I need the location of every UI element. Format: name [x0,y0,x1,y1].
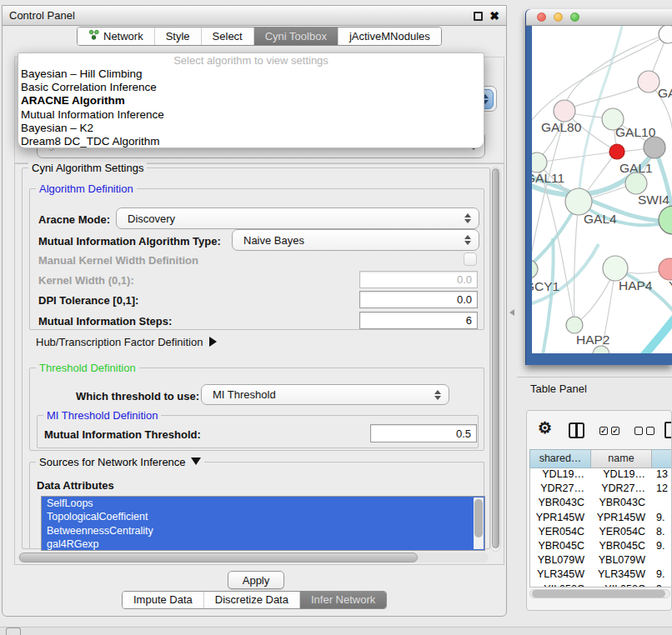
mi-algorithm-type-combo[interactable]: Naive Bayes [232,229,479,251]
table-cell: YDL19… [530,468,591,482]
split-columns-icon[interactable] [569,422,584,438]
table-body: YDL19…YDL19…13YDR27…YDR27…12YBR043CYBR04… [529,468,672,588]
tab-select[interactable]: Select [201,28,253,45]
data-attributes-list[interactable]: SelfLoopsTopologicalCoefficientBetweenne… [41,496,485,551]
algorithm-option[interactable]: Dream8 DC_TDC Algorithm [18,135,484,148]
algorithm-option[interactable]: Bayesian – Hill Climbing [18,68,484,81]
table-row[interactable]: YBR045CYBR045C9. [530,539,672,553]
manual-kernel-width-checkbox[interactable] [464,252,477,266]
split-pane-arrow-icon[interactable] [509,309,514,316]
table-cell: 13 [652,468,672,482]
node-label: HAP4 [619,278,653,292]
column-header-cut[interactable] [652,449,672,468]
sources-group-title[interactable]: Sources for Network Inference [36,456,204,468]
network-node-gal1[interactable] [609,144,624,159]
column-header-shared-name[interactable]: shared… [529,449,591,468]
node-label: GCY1 [532,279,559,293]
float-icon[interactable] [474,12,483,21]
network-node-hap2[interactable] [566,317,583,333]
network-canvas[interactable]: GALGAL80GAL10GAL1GAL11SWI4GAL4GCY1HAP4YH… [532,26,672,353]
table-row[interactable]: YDR27…YDR27…12 [530,482,672,496]
tab-discretize-data[interactable]: Discretize Data [203,592,299,608]
zoom-traffic-light-icon[interactable] [570,12,579,22]
hub-tf-definition-toggle[interactable]: Hub/Transcription Factor Definition [36,336,217,348]
sources-title-label: Sources for Network Inference [39,456,186,468]
apply-button[interactable]: Apply [228,571,284,589]
table-cell: 9. [652,568,672,582]
mi-algorithm-type-value: Naive Bayes [243,230,304,250]
data-attribute-item[interactable]: TopologicalCoefficient [42,510,484,523]
table-row[interactable]: YER054CYER054C8. [530,525,672,539]
gear-icon[interactable]: ⚙ [538,418,552,438]
algorithm-option[interactable]: ARACNE Algorithm [18,94,484,108]
table-cell: YLR345W [530,568,591,582]
table-cell: YDR27… [530,482,591,496]
dropdown-items: Bayesian – Hill ClimbingBasic Correlatio… [18,68,484,148]
node-label: GAL [658,86,672,100]
kernel-width-label: Kernel Width (0,1): [38,274,134,287]
mi-steps-field[interactable]: 6 [359,312,478,329]
file-icon[interactable] [664,422,672,438]
table-horizontal-scrollbar[interactable] [529,589,670,598]
tab-impute-data[interactable]: Impute Data [123,592,203,608]
threshold-definition-title: Threshold Definition [36,362,139,374]
table-row[interactable]: YPR145WYPR145W9. [530,511,672,525]
tab-discretize-data-label: Discretize Data [215,591,288,609]
deselect-all-icon[interactable] [634,427,654,435]
table-cell: YPR145W [530,511,591,525]
bottom-panel-edge [0,627,672,635]
algorithm-option[interactable]: Basic Correlation Inference [18,81,484,94]
minimize-traffic-light-icon[interactable] [554,12,563,22]
cyni-settings-group-title: Cyni Algorithm Settings [28,162,147,174]
table-row[interactable]: YDL19…YDL19…13 [530,468,672,482]
select-all-icon[interactable]: ✓✓ [599,427,619,435]
data-attribute-item[interactable]: SelfLoops [42,497,484,510]
algorithm-option[interactable]: Mutual Information Inference [18,108,484,122]
network-node[interactable] [644,137,665,158]
table-row[interactable]: YBR043CYBR043C [530,496,672,510]
network-node-gcy1[interactable] [532,260,538,278]
control-panel-window: Control Panel ✖ Network Style Select Cyn… [2,5,507,617]
close-traffic-light-icon[interactable] [537,12,546,22]
table-row[interactable]: YIL052CYIL052C9. [530,582,672,588]
network-node-gal11[interactable] [532,152,547,172]
aracne-mode-label: Aracne Mode: [38,213,110,226]
table-cell: YBL079W [591,553,652,568]
network-node-swi4[interactable] [625,172,647,194]
corner-widget-button[interactable] [6,628,21,635]
network-node-gal[interactable] [638,71,659,92]
kernel-width-field[interactable]: 0.0 [359,271,478,288]
settings-horizontal-scrollbar[interactable] [18,552,489,562]
tab-network[interactable]: Network [78,28,154,45]
table-panel: ⚙ ✓✓ shared… name YDL19…YDL19…13YDR27…YD… [526,410,672,611]
aracne-mode-combo[interactable]: Discovery [116,208,479,229]
close-icon[interactable]: ✖ [489,8,499,23]
algorithm-option[interactable]: Bayesian – K2 [18,122,484,135]
data-attribute-item[interactable]: gal4RGexp [42,538,484,551]
list-scrollbar[interactable] [474,498,484,549]
network-node-y[interactable] [659,258,672,280]
mi-steps-label: Mutual Information Steps: [38,315,172,328]
tab-jactivemnodules[interactable]: jActiveMNodules [338,28,441,45]
table-row[interactable]: YLR345WYLR345W9. [530,568,672,582]
settings-vertical-scrollbar[interactable] [490,167,501,552]
mi-threshold-field[interactable]: 0.5 [370,424,477,442]
tab-infer-network[interactable]: Infer Network [299,592,386,608]
network-node[interactable] [659,26,672,43]
network-node-hap4[interactable] [603,256,628,281]
data-attribute-item[interactable]: BetweennessCentrality [42,524,484,538]
dropdown-prompt: Select algorithm to view settings [18,53,484,68]
network-node[interactable] [593,346,609,353]
dpi-tolerance-field[interactable]: 0.0 [359,291,478,308]
network-window-titlebar [526,9,672,26]
column-header-name[interactable]: name [591,449,652,468]
table-row[interactable]: YBL079WYBL079W [530,553,672,568]
manual-kernel-width-label: Manual Kernel Width Definition [38,254,198,267]
tab-style[interactable]: Style [154,28,201,45]
table-cell: 9. [652,511,672,525]
algorithm-definition-title: Algorithm Definition [36,182,137,195]
network-node[interactable] [659,206,672,234]
network-node-gal80[interactable] [554,100,575,122]
which-threshold-combo[interactable]: MI Threshold [201,384,449,405]
tab-cyni-toolbox[interactable]: Cyni Toolbox [253,28,338,45]
